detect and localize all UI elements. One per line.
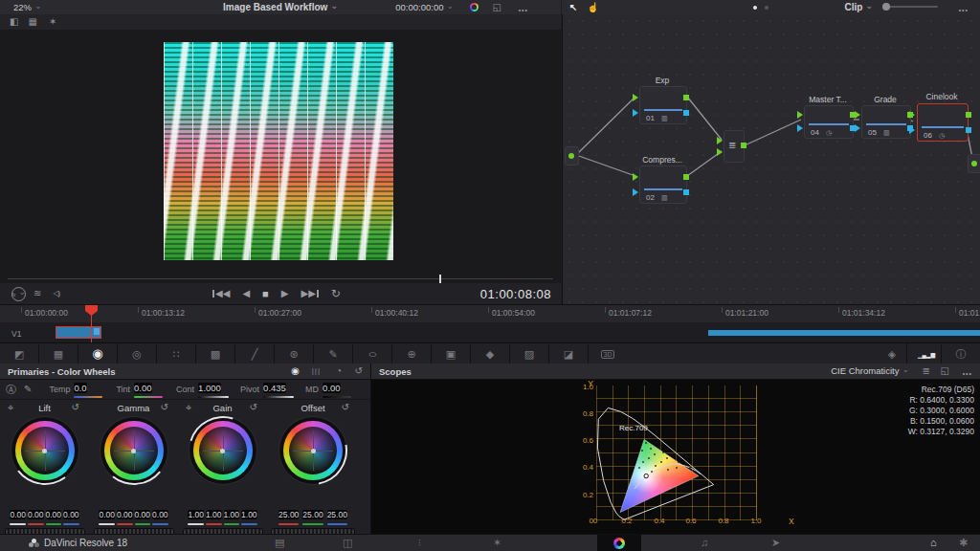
- clip-handle[interactable]: [94, 328, 100, 335]
- node-06-selected[interactable]: 06: [917, 103, 969, 142]
- node-graph[interactable]: Exp 01 Compres... 02 Master T...: [562, 14, 980, 304]
- output-input-dot[interactable]: [971, 161, 977, 166]
- gamma-blue-value[interactable]: 0.00: [152, 510, 168, 519]
- tint-field[interactable]: 0.00: [134, 383, 152, 393]
- bypass-grades-icon[interactable]: [11, 287, 26, 301]
- motion-effects-icon[interactable]: [196, 344, 235, 364]
- hdr-grade-icon[interactable]: [118, 344, 157, 364]
- gain-crosshair-icon[interactable]: [186, 403, 191, 413]
- magic-mask-icon[interactable]: [432, 344, 471, 364]
- blur-icon[interactable]: [471, 344, 510, 364]
- gain-master-value[interactable]: 1.00: [188, 510, 204, 519]
- gamma-green-value[interactable]: 0.00: [135, 510, 151, 519]
- offset-reset-icon[interactable]: [342, 403, 349, 412]
- gamut-indicator-icon[interactable]: [470, 3, 479, 11]
- play-button[interactable]: ▶: [281, 289, 289, 298]
- source-node[interactable]: [565, 146, 579, 165]
- lift-wheel[interactable]: [15, 421, 75, 480]
- skip-start-button[interactable]: ◀◀: [212, 289, 230, 298]
- grid-view-icon[interactable]: [28, 17, 36, 27]
- node-options-icon[interactable]: [959, 4, 969, 14]
- viewer-options-icon[interactable]: [519, 4, 528, 14]
- offset-red-value[interactable]: 25.00: [278, 510, 299, 519]
- viewer-timecode-dropdown[interactable]: 00:00:00:00: [395, 2, 454, 12]
- qualifier-icon[interactable]: [314, 344, 353, 364]
- skip-end-button[interactable]: ▶▶: [301, 289, 318, 298]
- wipe-modes-icon[interactable]: [33, 289, 41, 298]
- output-node[interactable]: [968, 154, 980, 173]
- contrast-field[interactable]: 1.000: [198, 383, 221, 393]
- enhance-wand-icon[interactable]: [49, 17, 56, 27]
- loop-button[interactable]: ↻: [331, 288, 341, 299]
- unmix-toggle-icon[interactable]: [10, 17, 18, 27]
- step-back-button[interactable]: ◀: [242, 289, 250, 298]
- stop-button[interactable]: ■: [262, 289, 269, 299]
- key-icon[interactable]: [549, 344, 589, 364]
- lift-reset-icon[interactable]: [72, 403, 79, 412]
- gain-reset-icon[interactable]: [250, 403, 257, 412]
- scopes-icon[interactable]: [906, 343, 946, 365]
- timeline-clip[interactable]: [708, 330, 980, 336]
- gamma-wheel[interactable]: [104, 421, 164, 480]
- cut-page-icon[interactable]: [343, 537, 352, 549]
- curves-icon[interactable]: [235, 344, 275, 364]
- keyframes-icon[interactable]: [873, 344, 911, 364]
- tracker-icon[interactable]: [392, 344, 432, 364]
- timeline-selector-dropdown[interactable]: Image Based Workflow: [223, 2, 338, 12]
- viewer-scrub-playhead[interactable]: [439, 275, 441, 283]
- window-icon[interactable]: [353, 344, 392, 364]
- color-wheels-icon[interactable]: [78, 343, 118, 364]
- gamma-master-value[interactable]: 0.00: [99, 510, 115, 519]
- page-dot-inactive[interactable]: [765, 6, 768, 10]
- white-balance-picker-icon[interactable]: [24, 385, 32, 394]
- scope-settings-icon[interactable]: [923, 366, 930, 376]
- node-05[interactable]: 05: [861, 105, 911, 139]
- audio-mute-icon[interactable]: [53, 290, 59, 298]
- node-04[interactable]: 04: [804, 105, 854, 139]
- node-mode-dropdown[interactable]: Clip: [845, 2, 873, 12]
- timeline[interactable]: V1 01:00:00:00 01:00:13:12 01:00:27:00 0…: [0, 304, 980, 343]
- offset-wheel[interactable]: [283, 421, 343, 480]
- lift-crosshair-icon[interactable]: [8, 403, 13, 413]
- edit-page-icon[interactable]: [418, 537, 420, 549]
- lift-green-value[interactable]: 0.00: [46, 510, 62, 519]
- lift-master-value[interactable]: 0.00: [10, 510, 26, 519]
- node-zoom-knob[interactable]: [882, 3, 890, 11]
- viewer-zoom-dropdown[interactable]: 22%: [13, 2, 42, 12]
- color-warper-icon[interactable]: [275, 344, 314, 364]
- settings-gear-icon[interactable]: [959, 537, 968, 549]
- lift-red-value[interactable]: 0.00: [28, 510, 44, 519]
- 3d-icon[interactable]: [589, 343, 627, 364]
- media-page-icon[interactable]: [275, 537, 284, 549]
- gamma-reset-icon[interactable]: [161, 403, 168, 412]
- bars-mode-icon[interactable]: [312, 367, 321, 375]
- scope-mode-dropdown[interactable]: CIE Chromaticity: [831, 365, 909, 376]
- rgb-mixer-icon[interactable]: [157, 344, 196, 364]
- node-01[interactable]: 01: [639, 86, 687, 124]
- offset-blue-value[interactable]: 25.00: [327, 510, 347, 519]
- timeline-playhead-marker[interactable]: [85, 305, 98, 316]
- page-dot-active[interactable]: [753, 6, 757, 10]
- viewer[interactable]: [0, 30, 561, 283]
- viewer-expand-icon[interactable]: [493, 3, 501, 12]
- fairlight-page-icon[interactable]: [701, 537, 708, 548]
- cursor-tool-icon[interactable]: [569, 3, 577, 12]
- gamma-red-value[interactable]: 0.00: [117, 510, 133, 519]
- scope-expand-icon[interactable]: [941, 366, 949, 376]
- gain-blue-value[interactable]: 1.00: [241, 510, 257, 519]
- log-mode-icon[interactable]: [336, 366, 342, 376]
- camera-raw-icon[interactable]: [0, 344, 39, 364]
- fusion-page-icon[interactable]: [493, 537, 501, 549]
- auto-balance-icon[interactable]: [6, 385, 16, 395]
- home-icon[interactable]: [930, 537, 937, 548]
- gain-red-value[interactable]: 1.00: [206, 510, 222, 519]
- pan-tool-icon[interactable]: [587, 3, 598, 12]
- timeline-clip-selected[interactable]: [56, 326, 101, 339]
- blur-sharpen-icon[interactable]: [510, 344, 549, 364]
- color-page-active[interactable]: [597, 535, 641, 551]
- palette-reset-icon[interactable]: [355, 366, 363, 376]
- node-zoom-slider[interactable]: [882, 6, 938, 8]
- wheels-mode-icon[interactable]: [291, 366, 300, 376]
- gain-wheel[interactable]: [193, 421, 253, 480]
- info-icon[interactable]: [941, 344, 980, 364]
